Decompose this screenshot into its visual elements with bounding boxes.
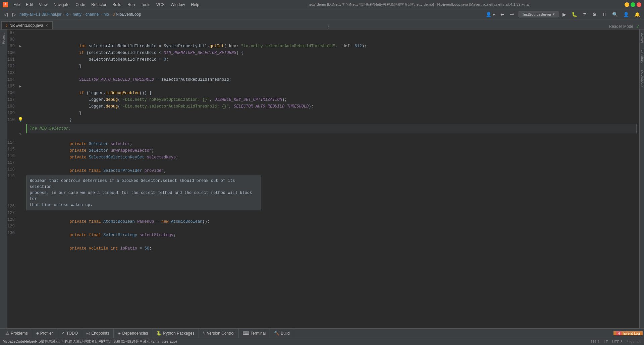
notifications-icon[interactable]: 🔔 [633, 12, 641, 17]
bottom-tab-build[interactable]: 🔨 Build [270, 329, 294, 338]
menu-file[interactable]: File [11, 2, 22, 8]
code-line-110 [26, 117, 637, 123]
tab-close-icon[interactable]: ✕ [45, 23, 48, 28]
menu-window[interactable]: Window [168, 2, 188, 8]
breadcrumb-jar[interactable]: netty-all-4.1.39.Final.jar [19, 12, 61, 17]
breadcrumb-class[interactable]: J NioEventLoop [113, 12, 141, 17]
breadcrumb-io[interactable]: io [65, 12, 68, 17]
editor-area: 97 98 99 100 101 102 103 104 105 106 107… [7, 29, 644, 328]
menu-refactor[interactable]: Refactor [89, 2, 109, 8]
bookmarks-panel-label[interactable]: Bookmarks [640, 67, 644, 90]
tab-more-icon[interactable]: ⋮ [326, 24, 333, 29]
run-button[interactable]: ▶ [561, 12, 568, 17]
code-editor[interactable]: int selectorAutoRebuildThreshold = Syste… [23, 29, 639, 328]
forward-nav-icon[interactable]: ⮕ [508, 12, 516, 17]
tab-label: NioEventLoop.java [9, 23, 43, 28]
version-control-label: Version Control [207, 331, 234, 336]
bottom-tab-profiler[interactable]: ⎈ Profiler [32, 329, 57, 338]
profiler-label: Profiler [40, 331, 53, 336]
back-nav-icon[interactable]: ⬅ [499, 12, 506, 17]
fold-arrow-99[interactable]: ▶ [17, 43, 23, 50]
bottom-tab-version-control[interactable]: ⑂ Version Control [199, 329, 239, 338]
endpoints-label: Endpoints [91, 331, 109, 336]
cursor-position[interactable]: 111:1 [590, 340, 600, 344]
breadcrumb-netty[interactable]: netty [73, 12, 82, 17]
tooltip-box: Boolean that controls determines if a bl… [26, 176, 261, 210]
terminal-icon: ⌨ [243, 331, 249, 336]
pause-button[interactable]: ⏸ [601, 12, 608, 17]
build-icon: 🔨 [274, 331, 279, 336]
maximize-button[interactable] [631, 2, 635, 7]
bottom-tab-todo[interactable]: ✓ TODO [57, 329, 82, 338]
bottom-tab-endpoints[interactable]: ◎ Endpoints [82, 329, 113, 338]
encoding[interactable]: UTF-8 [612, 340, 623, 344]
code-line-103: SELECTOR_AUTO_REBUILD_THRESHOLD = select… [26, 70, 637, 76]
forward-icon[interactable]: ▷ [11, 12, 17, 17]
docstring-box: The NIO Selector. [26, 124, 637, 133]
menu-run[interactable]: Run [125, 2, 138, 8]
tab-nioeventloop[interactable]: J NioEventLoop.java ✕ [1, 21, 53, 29]
event-log-label: Event Log [623, 331, 640, 335]
menu-edit[interactable]: Edit [23, 2, 36, 8]
menu-bar: File Edit View Navigate Code Refactor Bu… [11, 2, 214, 8]
reader-mode-check[interactable]: ✓ [636, 24, 640, 29]
back-icon[interactable]: ◁ [3, 12, 9, 17]
reader-mode-bar: Reader Mode ✓ [606, 24, 643, 29]
breadcrumb-nio[interactable]: nio [104, 12, 109, 17]
code-line-118: private final SelectorProvider provider; [26, 161, 637, 167]
tooltip-text: Boolean that controls determines if a bl… [30, 179, 252, 207]
run-config-selector[interactable]: TestSourceServer ▾ [519, 11, 558, 17]
menu-build[interactable]: Build [110, 2, 124, 8]
lightbulb-icon[interactable]: 💡 [17, 117, 23, 123]
window-controls [625, 2, 641, 7]
code-line-109: } [26, 110, 637, 117]
code-line-97 [26, 29, 637, 36]
code-line-114: private Selector selector; [26, 134, 637, 141]
nav-actions: 👤 ▾ ⬅ ⮕ TestSourceServer ▾ ▶ 🐛 ☂ ⚙ ⏸ 🔍 👤… [484, 11, 641, 17]
bottom-tab-dependencies[interactable]: ◈ Dependencies [114, 329, 153, 338]
close-button[interactable] [637, 2, 641, 7]
settings-icon[interactable]: ⚙ [591, 12, 598, 17]
bottom-tab-python-packages[interactable]: 🐍 Python Packages [152, 329, 199, 338]
coverage-button[interactable]: ☂ [581, 12, 588, 17]
problems-label: Problems [11, 331, 28, 336]
code-line-130: private volatile int ioPatio = 50; [26, 238, 637, 245]
minimize-button[interactable] [625, 2, 629, 7]
menu-tools[interactable]: Tools [138, 2, 153, 8]
maven-panel-label[interactable]: Maven [640, 29, 644, 46]
tab-bar: J NioEventLoop.java ✕ ⋮ Reader Mode ✓ [0, 19, 644, 29]
menu-navigate[interactable]: Navigate [51, 2, 72, 8]
code-content: 97 98 99 100 101 102 103 104 105 106 107… [7, 29, 644, 328]
left-sidebar: Project [0, 29, 7, 328]
menu-code[interactable]: Code [73, 2, 88, 8]
todo-icon: ✓ [61, 331, 65, 336]
right-panel: Maven Structure Bookmarks [639, 29, 644, 328]
avatar-icon[interactable]: 👤 [622, 12, 630, 17]
line-ending[interactable]: LF [604, 340, 608, 344]
endpoints-icon: ◎ [86, 331, 90, 336]
menu-view[interactable]: View [36, 2, 50, 8]
code-line-98: int selectorAutoRebuildThreshold = Syste… [26, 36, 637, 43]
project-panel-label[interactable]: Project [1, 31, 6, 47]
terminal-label: Terminal [251, 331, 266, 336]
reader-mode-label: Reader Mode [609, 24, 633, 29]
bottom-tab-problems[interactable]: ⚠ Problems [1, 329, 32, 338]
menu-vcs[interactable]: VCS [154, 2, 167, 8]
search-icon[interactable]: 🔍 [611, 12, 619, 17]
menu-help[interactable]: Help [188, 2, 202, 8]
fold-arrow-105[interactable]: ▶ [17, 83, 23, 90]
event-log-button[interactable]: 4 Event Log [613, 331, 643, 335]
structure-panel-label[interactable]: Structure [640, 46, 644, 67]
edit-icon[interactable]: ✎ [17, 131, 23, 139]
python-packages-label: Python Packages [163, 331, 194, 336]
status-bar: MybatisCodeHelperPro插件未激活: 可以输入激活码或者到网站网… [0, 338, 644, 345]
dependencies-icon: ◈ [118, 331, 121, 336]
profile-icon[interactable]: 👤 ▾ [484, 12, 496, 17]
tab-java-icon: J [6, 24, 7, 27]
breadcrumb-channel[interactable]: channel [86, 12, 100, 17]
build-label: Build [281, 331, 290, 336]
debug-button[interactable]: 🐛 [570, 12, 579, 17]
bottom-tab-terminal[interactable]: ⌨ Terminal [239, 329, 270, 338]
event-count-badge: 4 [616, 331, 622, 335]
indent[interactable]: 4 spaces [627, 340, 641, 344]
